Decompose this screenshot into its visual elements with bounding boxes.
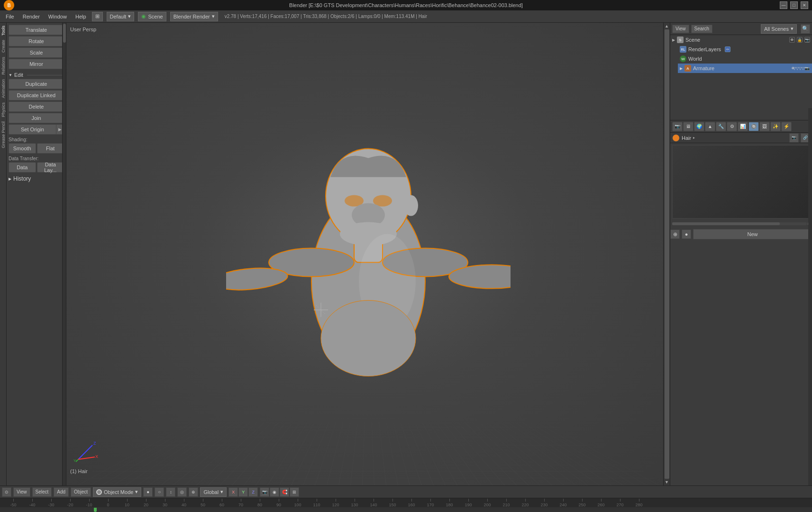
side-tab-create[interactable]: Create xyxy=(0,38,6,55)
scene-visibility-icon[interactable]: 👁 xyxy=(789,37,795,43)
material-icon-btn[interactable] xyxy=(672,134,680,142)
screen-type-selector[interactable]: ⊞ xyxy=(92,12,103,21)
y-axis-btn[interactable]: Y xyxy=(238,487,248,497)
timeline-content[interactable] xyxy=(0,508,812,512)
scene-lock-icon[interactable]: 🔒 xyxy=(797,37,803,43)
set-origin-button[interactable]: Set Origin xyxy=(9,124,56,135)
material-prop-icon[interactable]: 📷 xyxy=(789,133,799,143)
object-menu-btn[interactable]: Object xyxy=(71,487,91,497)
prop-icon-camera[interactable]: 📷 xyxy=(672,122,683,131)
scene-render-icon[interactable]: 📷 xyxy=(804,37,810,43)
maximize-button[interactable]: □ xyxy=(790,1,798,9)
vscroll-up-btn[interactable]: ▲ xyxy=(665,24,669,28)
view-persp-icon[interactable]: ⊙ xyxy=(2,487,11,497)
history-section[interactable]: ▶ History xyxy=(9,175,64,182)
menu-render[interactable]: Render xyxy=(19,12,44,21)
data-lay-button[interactable]: Data Lay... xyxy=(37,162,64,173)
select-menu-btn[interactable]: Select xyxy=(32,487,52,497)
prop-icon-physics[interactable]: ⚡ xyxy=(781,122,792,131)
armature-vis-cam[interactable]: 📷 xyxy=(804,66,810,72)
right-panel-scrollbar[interactable] xyxy=(808,108,812,485)
data-button[interactable]: Data xyxy=(9,162,36,173)
left-panel-scrollbar[interactable] xyxy=(62,23,66,485)
cam-view-btn[interactable]: 📷 xyxy=(260,487,269,497)
side-tab-grease-pencil[interactable]: Grease Pencil xyxy=(0,119,6,150)
side-tab-physics[interactable]: Physics xyxy=(0,101,6,119)
ruler-mark-19: 140 xyxy=(364,499,383,507)
scale-button[interactable]: Scale xyxy=(9,47,64,58)
all-scenes-selector[interactable]: All Scenes ▾ xyxy=(761,24,797,34)
prop-icon-world[interactable]: 🌍 xyxy=(694,122,704,131)
outliner-item-renderlayers[interactable]: RL RenderLayers ✏ xyxy=(678,45,812,54)
hscroll-thumb[interactable] xyxy=(672,222,780,225)
layout-dropdown-icon: ▾ xyxy=(128,13,131,19)
side-tab-relations[interactable]: Relations xyxy=(0,55,6,77)
prop-icon-object[interactable]: ▲ xyxy=(705,122,715,131)
duplicate-button[interactable]: Duplicate xyxy=(9,79,64,89)
renderlayers-edit-icon[interactable]: ✏ xyxy=(725,46,730,52)
vscroll-down-btn[interactable]: ▼ xyxy=(665,480,669,485)
add-menu-btn[interactable]: Add xyxy=(54,487,69,497)
flat-button[interactable]: Flat xyxy=(37,143,64,154)
outliner-item-world[interactable]: W World xyxy=(678,54,812,64)
smooth-button[interactable]: Smooth xyxy=(9,143,36,154)
duplicate-linked-button[interactable]: Duplicate Linked xyxy=(9,90,64,101)
side-tab-tools[interactable]: Tools xyxy=(0,24,6,37)
menu-file[interactable]: File xyxy=(2,12,18,21)
proportional-btn[interactable]: ◉ xyxy=(270,487,279,497)
vscroll-thumb[interactable] xyxy=(665,29,669,479)
manip-icon[interactable]: ↕ xyxy=(166,487,175,497)
mode-selector[interactable]: Object Mode ▾ xyxy=(93,487,141,497)
minimize-button[interactable]: — xyxy=(780,1,787,9)
prop-icon-modifiers[interactable]: ⚙ xyxy=(727,122,737,131)
snap-magnet-btn[interactable]: 🧲 xyxy=(280,487,289,497)
material-socket-btn[interactable]: ● xyxy=(682,229,691,239)
menu-window[interactable]: Window xyxy=(45,12,71,21)
title-bar: B Blender [E:\$0 GTS Development\Charact… xyxy=(0,0,812,10)
outliner-item-armature[interactable]: ▶ A Armature 👁 ▽▽▽▽▽ 📷 xyxy=(678,64,812,73)
viewport-shade-2-btn[interactable]: ○ xyxy=(155,487,164,497)
armature-vis-tri[interactable]: ▽▽▽▽▽ xyxy=(797,66,803,72)
material-browse-btn[interactable]: ⊕ xyxy=(670,229,680,239)
search-icon-btn[interactable]: 🔍 xyxy=(801,24,810,34)
scene-selector-area[interactable]: ◉ Scene xyxy=(138,12,166,21)
prop-icon-scene[interactable]: 🖥 xyxy=(683,122,693,131)
view-menu-btn[interactable]: View xyxy=(13,487,30,497)
rotate-button[interactable]: Rotate xyxy=(9,36,64,46)
new-material-button[interactable]: New xyxy=(693,229,812,239)
menu-help[interactable]: Help xyxy=(72,12,90,21)
pivot-btn[interactable]: ◎ xyxy=(177,487,187,497)
left-panel-scroll-thumb[interactable] xyxy=(63,24,66,43)
prop-icon-material[interactable]: 🔘 xyxy=(748,122,759,131)
outliner-item-scene[interactable]: ▶ S Scene 👁 🔒 📷 xyxy=(670,35,812,45)
side-tab-animation[interactable]: Animation xyxy=(0,77,6,100)
view-button[interactable]: View xyxy=(672,25,689,33)
delete-button[interactable]: Delete xyxy=(9,101,64,112)
close-button[interactable]: ✕ xyxy=(801,1,808,9)
search-button[interactable]: Search xyxy=(691,25,713,33)
translate-button[interactable]: Translate xyxy=(9,25,64,35)
mirror-button[interactable]: Mirror xyxy=(9,59,64,69)
snap-btn[interactable]: ⊕ xyxy=(189,487,198,497)
layout-selector[interactable]: Default ▾ xyxy=(107,12,135,21)
viewport-scrollbar-vertical[interactable]: ▲ ▼ xyxy=(663,23,670,485)
armature-expand-icon: ▶ xyxy=(680,66,683,71)
edit-section-header[interactable]: ▼ Edit xyxy=(9,72,64,78)
global-selector[interactable]: Global ▾ xyxy=(200,487,227,497)
render-engine-selector[interactable]: Blender Render ▾ xyxy=(170,12,218,21)
prop-icon-constraints[interactable]: 🔧 xyxy=(716,122,726,131)
overlay-btn[interactable]: ⊞ xyxy=(290,487,299,497)
horizontal-scrollbar[interactable] xyxy=(672,222,807,225)
viewport-canvas[interactable]: Z X Y ▲ ▼ xyxy=(66,23,670,485)
prop-icon-texture[interactable]: 🖼 xyxy=(759,122,770,131)
all-scenes-dropdown-icon: ▾ xyxy=(791,26,794,32)
x-axis-btn[interactable]: X xyxy=(228,487,238,497)
blender-logo: B xyxy=(4,0,14,10)
viewport[interactable]: User Persp xyxy=(66,23,670,485)
join-button[interactable]: Join xyxy=(9,113,64,123)
prop-icon-data[interactable]: 📊 xyxy=(738,122,748,131)
prop-icon-particles[interactable]: ✨ xyxy=(770,122,781,131)
ruler-mark-6: 10 xyxy=(118,499,137,507)
viewport-shade-btn[interactable]: ● xyxy=(143,487,153,497)
z-axis-btn[interactable]: Z xyxy=(248,487,258,497)
